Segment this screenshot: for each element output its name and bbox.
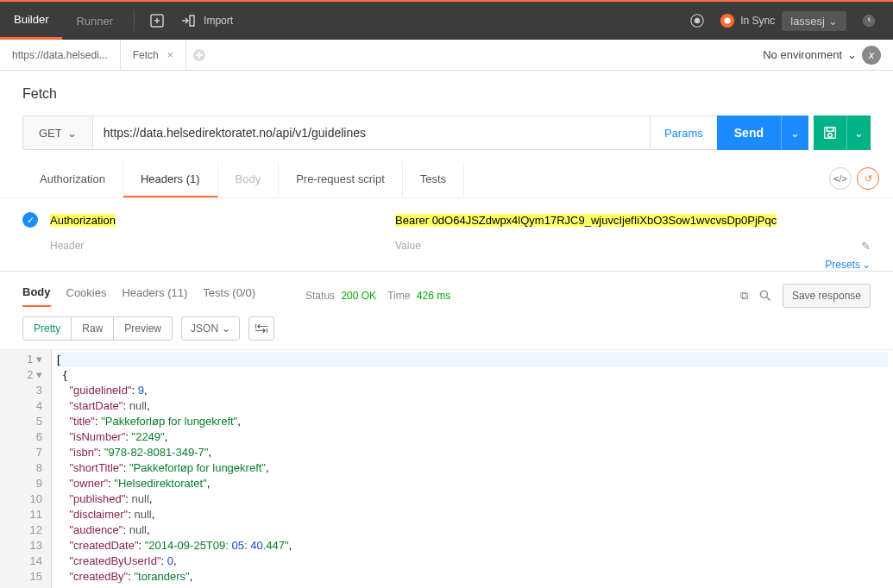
- url-input[interactable]: [92, 116, 650, 150]
- format-selector[interactable]: JSON⌄: [181, 316, 240, 341]
- tab-prerequest[interactable]: Pre-request script: [279, 162, 403, 197]
- header-key-placeholder[interactable]: Header: [47, 238, 392, 253]
- search-icon[interactable]: [758, 289, 772, 303]
- view-preview[interactable]: Preview: [114, 317, 172, 340]
- environment-selector[interactable]: No environment ⌄ x: [751, 40, 893, 70]
- send-button[interactable]: Send: [717, 116, 781, 150]
- chevron-down-icon: ⌄: [828, 15, 838, 28]
- add-tab-button[interactable]: [186, 40, 212, 70]
- edit-icon[interactable]: ✎: [861, 240, 871, 253]
- send-dropdown[interactable]: ⌄: [781, 116, 808, 150]
- view-pretty[interactable]: Pretty: [23, 317, 72, 340]
- satellite-icon[interactable]: [682, 5, 713, 36]
- response-panel: Body Cookies Headers (11) Tests (0/0) St…: [0, 271, 893, 588]
- response-tab-headers[interactable]: Headers (11): [122, 286, 187, 306]
- request-tabs: Authorization Headers (1) Body Pre-reque…: [0, 162, 893, 198]
- doc-tab-1[interactable]: Fetch ×: [121, 40, 186, 70]
- builder-tab[interactable]: Builder: [0, 2, 62, 40]
- svg-point-14: [760, 291, 767, 297]
- import-label[interactable]: Import: [204, 15, 233, 27]
- header-value-placeholder[interactable]: Value: [392, 238, 856, 253]
- chevron-down-icon: ⌄: [862, 259, 871, 271]
- user-menu[interactable]: lassesj ⌄: [782, 11, 846, 31]
- tab-headers[interactable]: Headers (1): [123, 162, 218, 197]
- request-title: Fetch: [0, 71, 893, 110]
- settings-icon[interactable]: [853, 5, 884, 36]
- response-tab-cookies[interactable]: Cookies: [66, 286, 107, 306]
- response-tab-tests[interactable]: Tests (0/0): [203, 286, 255, 306]
- presets-link[interactable]: Presets⌄: [825, 259, 871, 271]
- header-key[interactable]: Authorization: [50, 214, 116, 227]
- request-bar: GET⌄ Params Send ⌄ ⌄: [0, 110, 893, 162]
- chevron-down-icon: ⌄: [847, 48, 857, 61]
- code-view-icon[interactable]: </>: [829, 167, 852, 190]
- top-toolbar: Builder Runner Import In Sync lassesj ⌄: [0, 0, 893, 40]
- header-row[interactable]: ✓ Authorization Bearer 0dO64JSZdwpx4lQym…: [22, 207, 871, 233]
- chevron-down-icon: ⌄: [222, 322, 230, 335]
- svg-point-4: [695, 18, 700, 22]
- tab-tests[interactable]: Tests: [403, 162, 464, 197]
- chevron-down-icon: ⌄: [67, 127, 77, 140]
- document-tabs: https://data.helsedi... Fetch × No envir…: [0, 40, 893, 71]
- new-tab-icon[interactable]: [141, 5, 173, 36]
- header-new-row[interactable]: Header Value ✎: [22, 233, 871, 259]
- svg-rect-12: [827, 128, 833, 132]
- wrap-toggle[interactable]: ⭾: [248, 316, 274, 341]
- sync-status: In Sync: [720, 13, 775, 28]
- save-response-button[interactable]: Save response: [783, 284, 871, 308]
- copy-icon[interactable]: ⧉: [740, 289, 748, 303]
- tab-authorization[interactable]: Authorization: [22, 162, 123, 197]
- view-mode-group: Pretty Raw Preview: [22, 316, 173, 341]
- runner-tab[interactable]: Runner: [62, 2, 127, 40]
- tab-body[interactable]: Body: [218, 162, 280, 197]
- params-button[interactable]: Params: [650, 116, 717, 150]
- doc-tab-0[interactable]: https://data.helsedi...: [0, 40, 121, 70]
- close-icon[interactable]: ×: [167, 49, 173, 61]
- import-icon[interactable]: [173, 5, 204, 36]
- save-dropdown[interactable]: ⌄: [846, 116, 871, 150]
- response-tab-body[interactable]: Body: [22, 285, 51, 307]
- svg-line-15: [767, 297, 770, 301]
- response-body-viewer[interactable]: 1 ▾2 ▾34567891011121314151617 [ { "guide…: [0, 349, 893, 588]
- save-button[interactable]: [814, 116, 846, 150]
- headers-editor: ✓ Authorization Bearer 0dO64JSZdwpx4lQym…: [0, 198, 893, 262]
- row-enabled-check[interactable]: ✓: [22, 212, 38, 228]
- env-icon[interactable]: x: [862, 46, 881, 65]
- svg-point-6: [725, 17, 731, 23]
- header-value[interactable]: Bearer 0dO64JSZdwpx4lQym17RJC9_wjuvcIjef…: [395, 214, 777, 227]
- response-status: Status 200 OK Time 426 ms: [305, 290, 450, 302]
- reset-icon[interactable]: ↺: [857, 167, 879, 190]
- svg-point-13: [828, 133, 833, 137]
- method-selector[interactable]: GET⌄: [22, 116, 92, 150]
- view-raw[interactable]: Raw: [72, 317, 114, 340]
